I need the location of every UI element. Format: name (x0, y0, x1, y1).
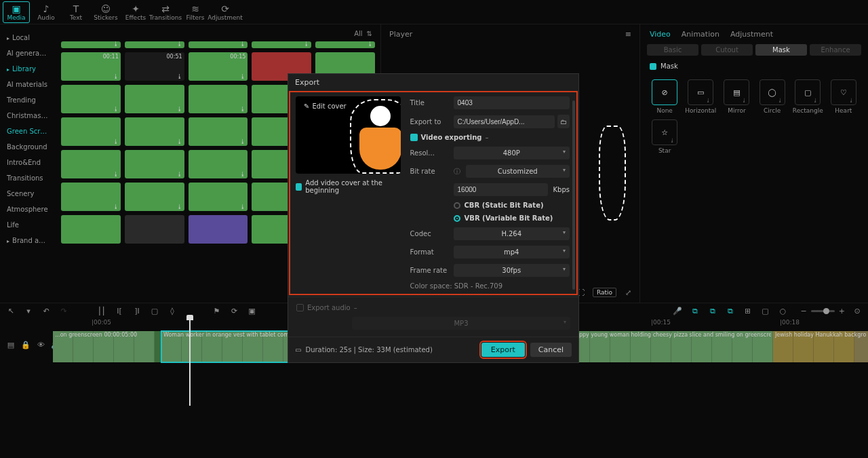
media-thumb[interactable]: 00:11⭳ (61, 52, 121, 81)
tool-text[interactable]: TText (62, 1, 90, 23)
mask-checkbox[interactable] (650, 63, 656, 70)
media-thumb[interactable]: ⭳ (189, 117, 248, 146)
cancel-button[interactable]: Cancel (530, 343, 572, 357)
tab-video[interactable]: Video (650, 30, 671, 39)
codec-select[interactable]: H.264 (454, 227, 570, 240)
media-thumb[interactable]: 00:15⭳ (189, 52, 248, 81)
playhead[interactable] (189, 318, 191, 406)
delete-button[interactable]: ▢ (149, 306, 160, 317)
track-options-icon[interactable]: ▤ (5, 339, 16, 350)
nav-atmosphere[interactable]: Atmosphere (0, 202, 56, 217)
download-icon[interactable]: ⭳ (177, 73, 182, 79)
mask-mirror[interactable]: ▤⭳ (724, 79, 749, 105)
loop-button[interactable]: ⟳ (229, 306, 240, 317)
exportto-input[interactable] (454, 115, 555, 128)
trim-left-button[interactable]: I[ (114, 306, 125, 317)
player-fullscreen-icon[interactable]: ⤢ (622, 286, 634, 299)
info-icon[interactable]: ⓘ (454, 167, 460, 176)
media-thumb[interactable] (189, 215, 248, 244)
nav-christmas[interactable]: Christmas&... (0, 108, 56, 123)
download-icon[interactable]: ⭳ (113, 204, 119, 210)
bitrate-select[interactable]: Customized (466, 165, 570, 178)
download-icon[interactable]: ⭳ (240, 41, 245, 47)
edit-cover-button[interactable]: ✎ Edit cover (300, 100, 351, 112)
kbps-input[interactable] (454, 183, 548, 196)
player-menu-icon[interactable]: ≡ (625, 30, 631, 39)
export-scrollbar[interactable] (572, 100, 575, 290)
media-thumb[interactable]: ⭳ (252, 41, 311, 48)
mask-none[interactable]: ⊘ (652, 79, 677, 105)
media-thumb[interactable]: ⭳ (125, 117, 184, 146)
download-icon[interactable]: ⭳ (240, 73, 245, 79)
download-icon[interactable]: ⭳ (113, 73, 119, 79)
zoom-slider[interactable] (811, 310, 835, 312)
player-ratio[interactable]: Ratio (593, 288, 616, 297)
download-icon[interactable]: ⭳ (304, 41, 309, 47)
cbr-radio[interactable] (454, 202, 460, 209)
download-icon[interactable]: ⭳ (240, 138, 245, 145)
media-thumb[interactable]: ⭳ (125, 41, 184, 48)
split-button[interactable]: ⎮⎮ (96, 306, 107, 317)
cover-checkbox[interactable] (296, 183, 302, 191)
media-thumb[interactable]: ⭳ (189, 183, 248, 211)
nav-life[interactable]: Life (0, 217, 56, 233)
download-icon[interactable]: ⭳ (177, 138, 182, 145)
tool-media[interactable]: ▣Media (3, 1, 30, 23)
chevron-down-icon[interactable]: ▾ (23, 306, 34, 317)
subtab-basic[interactable]: Basic (647, 44, 698, 56)
fps-select[interactable]: 30fps (454, 264, 570, 277)
download-icon[interactable]: ⭳ (240, 204, 245, 210)
download-icon[interactable]: ⭳ (113, 41, 119, 47)
tool-adjustment[interactable]: ⟳Adjustment (212, 1, 239, 23)
resolution-select[interactable]: 480P (454, 147, 570, 159)
nav-scenery[interactable]: Scenery (0, 186, 56, 202)
media-thumb[interactable]: ⭳ (315, 41, 375, 48)
link-icon[interactable]: ⧉ (707, 306, 718, 317)
tool-effects[interactable]: ✦Effects (122, 1, 149, 23)
media-thumb[interactable]: ⭳ (61, 150, 121, 178)
nav-ai-generated[interactable]: AI generated (0, 45, 56, 61)
filter-all[interactable]: All (354, 30, 362, 37)
nav-trending[interactable]: Trending (0, 92, 56, 108)
nav-background[interactable]: Background (0, 139, 56, 155)
mic-icon[interactable]: 🎤 (672, 306, 683, 317)
export-button[interactable]: Export (481, 343, 525, 357)
mask-circle[interactable]: ◯⭳ (760, 79, 785, 105)
preview-icon[interactable]: ▢ (760, 306, 771, 317)
crop-button[interactable]: ▣ (247, 306, 258, 317)
redo-button[interactable]: ↷ (58, 306, 69, 317)
media-thumb[interactable]: 00:51⭳ (125, 52, 184, 81)
select-tool[interactable]: ↖ (5, 306, 16, 317)
media-thumb[interactable]: ⭳ (189, 41, 248, 48)
subtab-cutout[interactable]: Cutout (701, 44, 753, 56)
tool-filters[interactable]: ≋Filters (182, 1, 209, 23)
download-icon[interactable]: ⭳ (113, 138, 119, 145)
folder-icon[interactable]: 🗀 (557, 115, 570, 128)
subtab-mask[interactable]: Mask (755, 44, 807, 56)
flag-button[interactable]: ⚑ (212, 306, 222, 317)
download-icon[interactable]: ⭳ (177, 106, 182, 112)
subtab-enhance[interactable]: Enhance (810, 44, 861, 56)
download-icon[interactable]: ⭳ (240, 106, 245, 112)
undo-button[interactable]: ↶ (41, 306, 52, 317)
download-icon[interactable]: ⭳ (113, 106, 119, 112)
mask-rectangle[interactable]: ▢⭳ (795, 79, 821, 105)
nav-intro-end[interactable]: Intro&End (0, 155, 56, 170)
track-visibility-icon[interactable]: 👁 (35, 339, 46, 350)
marker-button[interactable]: ◊ (167, 306, 178, 317)
track-lock-icon[interactable]: 🔒 (20, 339, 31, 350)
tool-audio[interactable]: ♪Audio (33, 1, 60, 23)
download-icon[interactable]: ⭳ (177, 41, 182, 47)
nav-green-screen[interactable]: Green Screen (0, 123, 56, 139)
media-thumb[interactable]: ⭳ (189, 150, 248, 178)
download-icon[interactable]: ⭳ (177, 171, 182, 177)
magnet-icon[interactable]: ⧉ (690, 306, 701, 317)
media-thumb[interactable] (61, 215, 121, 244)
clip[interactable]: Jewish holiday Hanukkah backgrou (773, 331, 868, 362)
tab-animation[interactable]: Animation (682, 30, 719, 39)
vbr-radio[interactable] (454, 215, 460, 222)
tool-transitions[interactable]: ⇄Transitions (152, 1, 179, 23)
clip[interactable]: Happy young woman holding cheesy pizza s… (570, 331, 773, 362)
media-thumb[interactable]: ⭳ (61, 117, 121, 146)
zoom-out-icon[interactable]: − (801, 307, 807, 316)
